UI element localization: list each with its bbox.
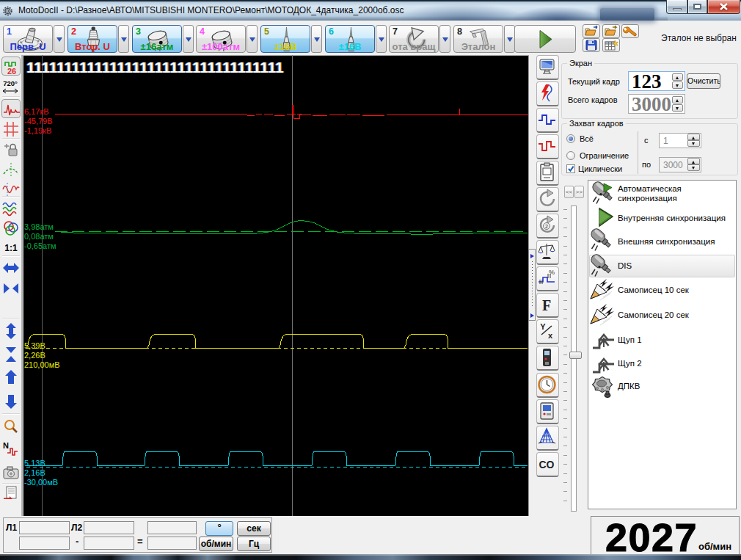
svg-text:-45,79В: -45,79В [24, 117, 53, 126]
svg-text:2,26В: 2,26В [24, 351, 45, 360]
svg-text:-0,65атм: -0,65атм [24, 241, 56, 250]
svg-text:2: 2 [545, 224, 548, 229]
svg-text:5,39В: 5,39В [24, 341, 45, 350]
svg-text:0,08атм: 0,08атм [24, 232, 54, 241]
svg-text:-1,19кВ: -1,19кВ [24, 126, 51, 135]
svg-text:%: % [549, 269, 555, 276]
svg-text:2,16В: 2,16В [24, 468, 45, 477]
svg-text:720°: 720° [3, 79, 18, 87]
svg-text:6,17кВ: 6,17кВ [24, 107, 49, 116]
svg-text:Y: Y [540, 322, 546, 331]
svg-text:N: N [3, 441, 9, 450]
svg-text:1:1: 1:1 [4, 243, 18, 253]
svg-text:x: x [548, 331, 553, 340]
svg-text:26: 26 [7, 67, 16, 76]
svg-text:F: F [542, 297, 551, 313]
svg-text:-30,00мВ: -30,00мВ [24, 478, 58, 487]
svg-text:3,98атм: 3,98атм [24, 222, 54, 231]
svg-text:5,13В: 5,13В [24, 459, 45, 468]
svg-text:210,00мВ: 210,00мВ [24, 360, 60, 369]
svg-text:CO: CO [539, 459, 555, 470]
